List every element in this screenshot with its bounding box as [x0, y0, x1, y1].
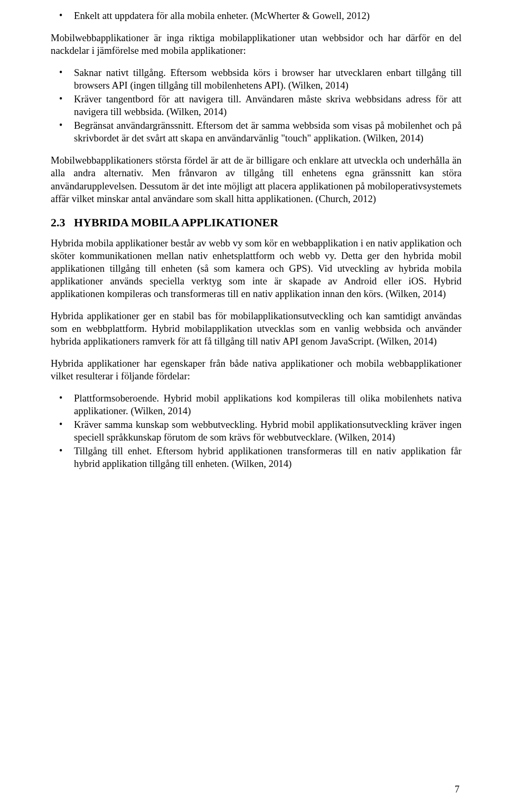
- bullet-list-1: Enkelt att uppdatera för alla mobila enh…: [51, 9, 462, 22]
- paragraph: Hybrida mobila applikationer består av w…: [51, 237, 462, 300]
- document-page: Enkelt att uppdatera för alla mobila enh…: [0, 0, 507, 812]
- section-heading: 2.3 HYBRIDA MOBILA APPLIKATIONER: [51, 216, 462, 230]
- list-item-text: Saknar nativt tillgång. Eftersom webbsid…: [74, 67, 462, 91]
- list-item-text: Plattformsoberoende. Hybrid mobil applik…: [74, 393, 462, 416]
- section-number: 2.3: [51, 216, 65, 229]
- list-item: Kräver samma kunskap som webbutveckling.…: [51, 418, 462, 444]
- paragraph: Mobilwebbapplikationer är inga riktiga m…: [51, 32, 462, 57]
- section-title: HYBRIDA MOBILA APPLIKATIONER: [74, 216, 278, 229]
- bullet-list-2: Saknar nativt tillgång. Eftersom webbsid…: [51, 66, 462, 145]
- list-item-text: Begränsat användargränssnitt. Eftersom d…: [74, 120, 462, 144]
- paragraph: Hybrida applikationer har egenskaper frå…: [51, 357, 462, 383]
- list-item: Begränsat användargränssnitt. Eftersom d…: [51, 119, 462, 145]
- bullet-list-3: Plattformsoberoende. Hybrid mobil applik…: [51, 392, 462, 470]
- list-item: Saknar nativt tillgång. Eftersom webbsid…: [51, 66, 462, 92]
- paragraph: Mobilwebbapplikationers största fördel ä…: [51, 154, 462, 205]
- list-item-text: Kräver samma kunskap som webbutveckling.…: [74, 419, 462, 443]
- list-item: Enkelt att uppdatera för alla mobila enh…: [51, 9, 462, 22]
- list-item-text: Enkelt att uppdatera för alla mobila enh…: [74, 10, 370, 21]
- list-item-text: Tillgång till enhet. Eftersom hybrid app…: [74, 445, 462, 469]
- page-number: 7: [455, 784, 459, 795]
- paragraph: Hybrida applikationer ger en stabil bas …: [51, 310, 462, 348]
- list-item: Tillgång till enhet. Eftersom hybrid app…: [51, 445, 462, 470]
- list-item-text: Kräver tangentbord för att navigera till…: [74, 93, 462, 117]
- list-item: Kräver tangentbord för att navigera till…: [51, 93, 462, 118]
- list-item: Plattformsoberoende. Hybrid mobil applik…: [51, 392, 462, 417]
